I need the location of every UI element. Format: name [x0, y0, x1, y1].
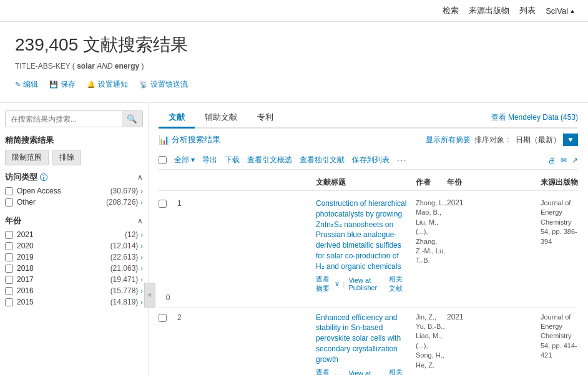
sort-value: 日期（最新）	[516, 135, 561, 145]
batch-right-icons: 🖨 ✉ ↗	[548, 156, 578, 165]
refine-buttons: 限制范围 排除	[5, 150, 143, 165]
nav-scival[interactable]: SciVal ▲	[546, 6, 576, 16]
year-2017-checkbox[interactable]	[5, 276, 13, 284]
year-2015-count: (14,819)	[110, 298, 139, 306]
download-button[interactable]: 下载	[225, 155, 240, 165]
year-2016-checkbox[interactable]	[5, 287, 13, 295]
access-type-collapse-icon[interactable]: ∧	[137, 173, 143, 182]
export-button[interactable]: 导出	[202, 155, 217, 165]
year-2020-checkbox[interactable]	[5, 242, 13, 250]
share-button[interactable]: ↗	[572, 156, 578, 165]
sidebar-collapse-button[interactable]: «	[144, 283, 155, 308]
feed-action[interactable]: 📡 设置馈送流	[139, 79, 188, 90]
tab-patents[interactable]: 专利	[247, 108, 283, 129]
result-1-related-link[interactable]: 相关文献	[389, 275, 408, 293]
tabs-bar: 文献 辅助文献 专利 查看 Mendeley Data (453)	[159, 103, 578, 129]
query-text: TITLE-ABS-KEY ( solar AND energy )	[15, 62, 144, 71]
result-1-chevron-icon: ∨	[335, 280, 340, 288]
year-2019-checkbox[interactable]	[5, 253, 13, 261]
access-type-header[interactable]: 访问类型 i ∧	[5, 172, 143, 183]
result-1-content: Construction of hierarchical photocataly…	[316, 198, 416, 293]
result-1-checkbox[interactable]	[159, 200, 167, 208]
open-access-label: Open Access	[17, 187, 110, 195]
year-2016-label: 2016	[17, 286, 110, 295]
year-2020-arrow[interactable]: ›	[140, 242, 143, 250]
print-button[interactable]: 🖨	[548, 156, 556, 165]
header-area: 239,405 文献搜索结果 TITLE-ABS-KEY ( solar AND…	[0, 22, 588, 97]
result-1-publisher-link[interactable]: View at Publisher	[348, 276, 385, 291]
result-1-abstract-toggle[interactable]: 查看摘要 ∨	[316, 275, 340, 293]
nav-search[interactable]: 检索	[443, 5, 459, 16]
year-item-2016: 2016 (15,778) ›	[5, 286, 143, 295]
open-access-count: (30,679)	[110, 187, 139, 195]
search-in-results-input[interactable]	[6, 112, 122, 127]
year-2018-arrow[interactable]: ›	[140, 265, 143, 272]
edit-action[interactable]: ✎ 编辑	[15, 79, 38, 90]
result-2-publisher-link[interactable]: View at Publisher	[348, 369, 385, 375]
year-2019-label: 2019	[17, 253, 110, 261]
result-2-related-link[interactable]: 相关文献	[389, 368, 408, 375]
year-2015-label: 2015	[17, 298, 110, 306]
col-author-header: 作者	[416, 177, 447, 188]
email-button[interactable]: ✉	[561, 156, 567, 165]
year-filter-header[interactable]: 年份 ∧	[5, 215, 143, 226]
action-bar: ✎ 编辑 💾 保存 🔔 设置通知 📡 设置馈送流	[15, 77, 573, 92]
batch-actions-bar: 全部 ▾ 导出 下载 查看引文概选 查看独引文献 保存到列表 ··· 🖨 ✉ ↗	[159, 151, 578, 170]
save-action[interactable]: 💾 保存	[49, 79, 76, 90]
year-2018-label: 2018	[17, 264, 110, 273]
chart-icon: 📊	[159, 135, 169, 145]
year-2021-checkbox[interactable]	[5, 231, 13, 239]
access-type-filter: 访问类型 i ∧ Open Access (30,679) › Other (2…	[5, 172, 143, 207]
result-row-2: 2 Enhanced efficiency and stability in S…	[159, 308, 578, 375]
result-2-abstract-toggle[interactable]: 查看摘要 ∨	[316, 368, 340, 375]
limit-scope-button[interactable]: 限制范围	[5, 150, 49, 165]
year-2017-arrow[interactable]: ›	[140, 276, 143, 283]
sort-dropdown-button[interactable]: ▼	[563, 134, 578, 146]
open-access-arrow[interactable]: ›	[140, 187, 143, 195]
nav-sources[interactable]: 来源出版物	[469, 5, 509, 16]
show-abstract-link[interactable]: 显示所有摘要	[426, 135, 471, 145]
save-to-list-button[interactable]: 保存到列表	[352, 155, 390, 165]
save-icon: 💾	[49, 80, 58, 89]
year-filter-collapse-icon[interactable]: ∧	[137, 217, 143, 225]
year-2016-arrow[interactable]: ›	[140, 287, 143, 295]
refine-title: 精简搜索结果	[5, 135, 143, 146]
year-2017-label: 2017	[17, 275, 110, 284]
access-type-items: Open Access (30,679) › Other (208,726) ›	[5, 187, 143, 207]
result-2-checkbox[interactable]	[159, 314, 167, 322]
results-toolbar: 📊 分析搜索结果 显示所有摘要 排序对象： 日期（最新） ▼	[159, 134, 578, 146]
view-citing-button[interactable]: 查看独引文献	[300, 155, 345, 165]
notify-action[interactable]: 🔔 设置通知	[87, 79, 128, 90]
mendeley-link[interactable]: 查看 Mendeley Data (453)	[491, 112, 578, 123]
filter-item-other: Other (208,726) ›	[5, 198, 143, 207]
year-2021-count: (12)	[125, 230, 138, 239]
other-arrow[interactable]: ›	[140, 198, 143, 206]
other-checkbox[interactable]	[5, 198, 13, 207]
open-access-checkbox[interactable]	[5, 187, 13, 195]
year-2020-label: 2020	[17, 241, 110, 250]
exclude-button[interactable]: 排除	[52, 150, 81, 165]
year-filter-items: 2021 (12) › 2020 (12,014) › 2019 (22,613…	[5, 230, 143, 306]
tab-documents[interactable]: 文献	[159, 108, 195, 129]
view-cited-button[interactable]: 查看引文概选	[247, 155, 292, 165]
year-2021-arrow[interactable]: ›	[140, 231, 143, 238]
tab-secondary[interactable]: 辅助文献	[195, 108, 247, 129]
result-1-title[interactable]: Construction of hierarchical photocataly…	[316, 198, 408, 272]
year-2015-checkbox[interactable]	[5, 298, 13, 306]
nav-list[interactable]: 列表	[519, 5, 536, 16]
result-2-title[interactable]: Enhanced efficiency and stability in Sn-…	[316, 313, 408, 365]
access-type-info-icon[interactable]: i	[40, 173, 47, 181]
select-all-checkbox[interactable]	[159, 156, 167, 164]
col-source-header: 来源出版物	[541, 177, 578, 188]
year-2018-checkbox[interactable]	[5, 265, 13, 273]
sidebar: 🔍 精简搜索结果 限制范围 排除 访问类型 i ∧ Open Acce	[0, 103, 149, 375]
analyze-button[interactable]: 📊 分析搜索结果	[159, 134, 220, 145]
search-in-results-button[interactable]: 🔍	[122, 111, 142, 127]
all-dropdown-button[interactable]: 全部 ▾	[174, 155, 195, 165]
scival-arrow-icon: ▲	[569, 7, 576, 14]
year-2019-arrow[interactable]: ›	[140, 253, 143, 261]
more-actions-button[interactable]: ···	[397, 156, 407, 165]
year-2015-arrow[interactable]: ›	[140, 298, 143, 306]
result-count: 239,405 文献搜索结果	[15, 33, 573, 57]
col-year-header: 年份	[447, 177, 541, 188]
